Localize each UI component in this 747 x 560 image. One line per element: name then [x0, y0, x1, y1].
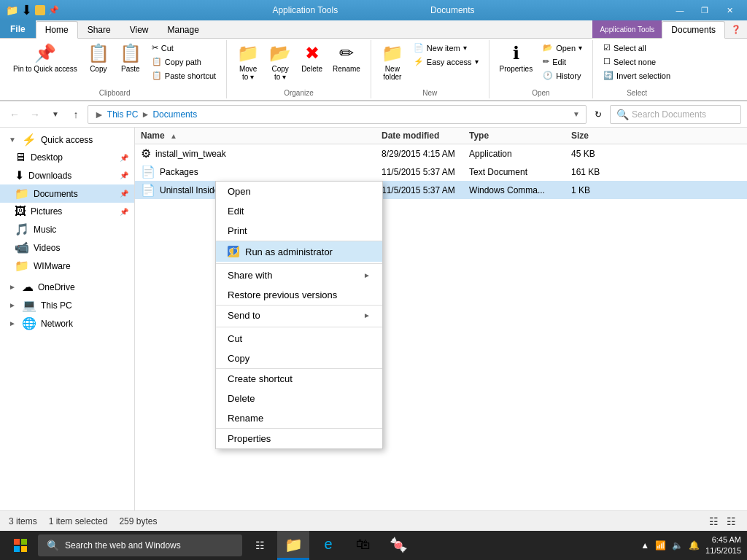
- address-dropdown[interactable]: ▼: [573, 110, 580, 118]
- search-box[interactable]: 🔍 Search Documents: [610, 105, 741, 124]
- notification-area-icon1: ▲: [640, 540, 649, 551]
- close-button[interactable]: ✕: [718, 0, 741, 20]
- list-view-button[interactable]: ☷: [724, 514, 738, 529]
- quick-access-nav-icon: ⚡: [22, 133, 36, 147]
- new-item-button[interactable]: 📄 New item ▾: [409, 42, 483, 54]
- refresh-button[interactable]: ↻: [589, 106, 607, 123]
- maximize-button[interactable]: ❐: [693, 0, 716, 20]
- ribbon-help[interactable]: ❓: [725, 20, 747, 38]
- col-name-header[interactable]: Name ▲: [141, 131, 382, 141]
- ctx-edit[interactable]: Edit: [216, 201, 382, 221]
- ctx-rename[interactable]: Rename: [216, 408, 382, 429]
- breadcrumb-this-pc[interactable]: This PC: [107, 109, 139, 120]
- up-button[interactable]: ↑: [67, 106, 85, 123]
- sidebar-item-pictures[interactable]: 🖼 Pictures 📌: [0, 203, 134, 220]
- paste-button[interactable]: 📋 Paste: [115, 40, 146, 76]
- sidebar-item-this-pc[interactable]: ► 💻 This PC: [0, 296, 134, 314]
- copy-path-button[interactable]: 📋 Copy path: [147, 55, 220, 68]
- svg-rect-3: [14, 539, 20, 545]
- breadcrumb-documents[interactable]: Documents: [152, 109, 197, 120]
- cut-button[interactable]: ✂ Cut: [147, 42, 220, 54]
- sidebar-item-music[interactable]: 🎵 Music: [0, 220, 134, 238]
- sidebar-item-desktop[interactable]: 🖥 Desktop 📌: [0, 149, 134, 166]
- pin-indicator3: 📌: [120, 190, 128, 198]
- col-date-header[interactable]: Date modified: [382, 131, 469, 141]
- invert-selection-button[interactable]: 🔄 Invert selection: [599, 69, 675, 82]
- new-folder-button[interactable]: 📁 Newfolder: [377, 40, 408, 84]
- sidebar-item-videos[interactable]: 📹 Videos: [0, 238, 134, 257]
- sidebar-item-network[interactable]: ► 🌐 Network: [0, 314, 134, 332]
- ctx-delete[interactable]: Delete: [216, 389, 382, 408]
- ctx-cut[interactable]: Cut: [216, 329, 382, 349]
- taskbar-clock[interactable]: 6:45 AM 11/5/2015: [705, 534, 741, 557]
- col-type-header[interactable]: Type: [469, 131, 571, 141]
- easy-access-button[interactable]: ⚡ Easy access ▾: [409, 55, 483, 68]
- tab-manage[interactable]: Manage: [158, 21, 209, 38]
- ctx-create-shortcut[interactable]: Create shortcut: [216, 369, 382, 389]
- delete-button[interactable]: ✖ Delete: [297, 40, 327, 76]
- ctx-run-as-admin[interactable]: Run as administrator: [216, 241, 382, 262]
- breadcrumb-sep: ►: [142, 109, 150, 120]
- address-bar[interactable]: ► This PC ► Documents ▼: [88, 105, 587, 124]
- desktop-label: Desktop: [31, 152, 63, 163]
- select-none-button[interactable]: ☐ Select none: [599, 55, 675, 68]
- ctx-open-label: Open: [228, 186, 251, 197]
- open-button[interactable]: 📂 Open ▾: [538, 42, 587, 54]
- paste-shortcut-button[interactable]: 📋 Paste shortcut: [147, 69, 220, 82]
- history-button[interactable]: 🕐 History: [538, 69, 587, 82]
- tab-file[interactable]: File: [0, 20, 36, 38]
- tab-home[interactable]: Home: [36, 21, 78, 39]
- ctx-restore-previous[interactable]: Restore previous versions: [216, 285, 382, 306]
- navbar: ← → ▼ ↑ ► This PC ► Documents ▼ ↻ 🔍 Sear…: [0, 101, 747, 128]
- properties-button[interactable]: ℹ Properties: [495, 40, 538, 76]
- rename-button[interactable]: ✏ Rename: [328, 40, 365, 76]
- ctx-restore-label: Restore previous versions: [228, 289, 337, 300]
- sidebar-item-quick-access[interactable]: ▼ ⚡ Quick access: [0, 131, 134, 149]
- tab-view[interactable]: View: [120, 21, 158, 38]
- tab-share[interactable]: Share: [78, 21, 120, 38]
- col-size-header[interactable]: Size: [571, 131, 630, 141]
- item-count: 3 items: [9, 516, 37, 526]
- recent-button[interactable]: ▼: [47, 106, 64, 123]
- file-row-install[interactable]: ⚙ install_wim_tweak 8/29/2015 4:15 AM Ap…: [135, 144, 747, 163]
- file-row-packages[interactable]: 📄 Packages 11/5/2015 5:37 AM Text Docume…: [135, 163, 747, 181]
- pin-quick-access-button[interactable]: 📌 Pin to Quick access: [9, 40, 82, 77]
- taskbar-search[interactable]: 🔍 Search the web and Windows: [38, 534, 242, 556]
- sidebar-item-wimware[interactable]: 📁 WIMware: [0, 257, 134, 275]
- details-view-button[interactable]: ☷: [706, 514, 721, 529]
- start-button[interactable]: [6, 531, 35, 560]
- back-button[interactable]: ←: [6, 106, 23, 123]
- tab-documents[interactable]: Documents: [662, 21, 725, 39]
- quick-access-icon[interactable]: ⬇: [21, 2, 32, 18]
- file-size-install: 45 KB: [571, 149, 630, 159]
- ctx-share-with-label: Share with: [228, 270, 272, 281]
- history-icon: 🕐: [543, 71, 553, 80]
- task-view-button[interactable]: ☷: [245, 531, 274, 560]
- taskbar-edge[interactable]: e: [312, 531, 344, 560]
- minimize-button[interactable]: —: [668, 0, 692, 20]
- ctx-print[interactable]: Print: [216, 221, 382, 241]
- sidebar-item-documents[interactable]: 📁 Documents 📌: [0, 184, 134, 203]
- copy-to-icon: 📂: [269, 43, 291, 63]
- taskbar-store[interactable]: 🛍: [347, 531, 379, 560]
- taskbar-candy[interactable]: 🍬: [382, 531, 414, 560]
- expand-icon: ▼: [9, 136, 18, 144]
- copy-to-button[interactable]: 📂 Copyto ▾: [265, 40, 295, 84]
- sidebar-item-downloads[interactable]: ⬇ Downloads 📌: [0, 166, 134, 184]
- move-to-button[interactable]: 📁 Moveto ▾: [233, 40, 263, 84]
- ctx-share-with[interactable]: Share with ►: [216, 265, 382, 285]
- ctx-copy[interactable]: Copy: [216, 349, 382, 369]
- select-all-button[interactable]: ☑ Select all: [599, 42, 675, 54]
- submenu-arrow1: ►: [363, 271, 371, 279]
- file-date-install: 8/29/2015 4:15 AM: [382, 149, 469, 159]
- taskbar-explorer[interactable]: 📁: [277, 531, 309, 560]
- sidebar-item-onedrive[interactable]: ► ☁ OneDrive: [0, 278, 134, 296]
- ctx-send-to[interactable]: Send to ►: [216, 306, 382, 325]
- folder-icon: 📁: [6, 4, 18, 16]
- ctx-open[interactable]: Open: [216, 182, 382, 201]
- edit-button[interactable]: ✏ Edit: [538, 55, 587, 68]
- forward-button[interactable]: →: [26, 106, 44, 123]
- ctx-properties[interactable]: Properties: [216, 429, 382, 448]
- documents-nav-label: Documents: [34, 189, 78, 199]
- copy-button[interactable]: 📋 Copy: [83, 40, 114, 76]
